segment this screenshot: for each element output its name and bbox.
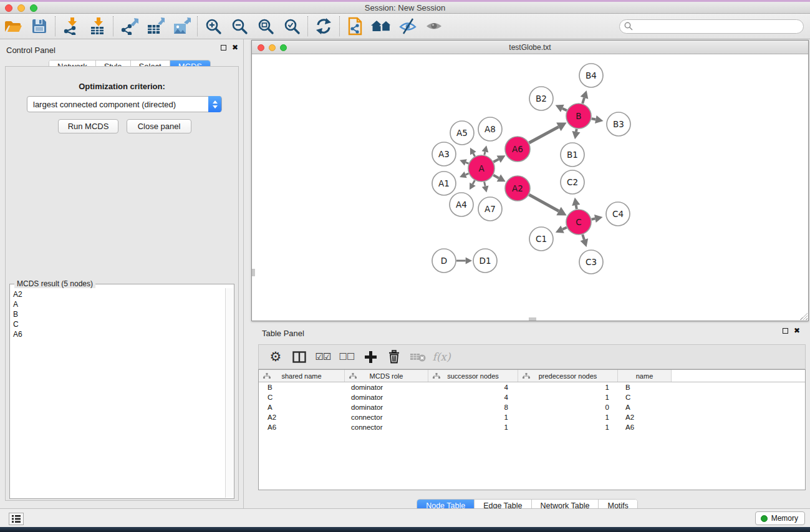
table-header: shared name MCDS role successor nodes pr…: [259, 370, 805, 382]
export-image-button[interactable]: [168, 15, 195, 37]
fit-content-button[interactable]: [253, 15, 279, 37]
zoom-out-button[interactable]: [226, 15, 253, 37]
clone-network-button[interactable]: [342, 15, 369, 37]
result-item[interactable]: B: [13, 309, 225, 319]
export-network-button[interactable]: [116, 15, 142, 37]
show-graphics-details-button[interactable]: [421, 15, 447, 37]
split-panel-icon: [292, 351, 306, 363]
vertical-scroll-hint[interactable]: [252, 269, 255, 276]
table-panel: Table Panel ✖ ⚙ ☑☑: [244, 321, 810, 508]
graph-arrowhead-B-B4: [581, 90, 589, 99]
result-scrollbar[interactable]: [225, 288, 233, 498]
window-resize-grip[interactable]: [800, 312, 808, 320]
import-network-button[interactable]: [58, 15, 84, 37]
graph-edge-B-B1[interactable]: [576, 129, 577, 132]
save-session-button[interactable]: [26, 15, 52, 37]
function-builder-button[interactable]: f(x): [430, 346, 453, 367]
table-row[interactable]: C dominator 4 1 C: [259, 392, 805, 402]
result-item[interactable]: A2: [13, 289, 225, 299]
app-title: Session: New Session: [0, 3, 810, 12]
graph-edge-C-C4[interactable]: [592, 219, 595, 220]
column-header-predecessor-nodes[interactable]: predecessor nodes: [518, 370, 618, 382]
graph-edge-A-A6[interactable]: [493, 159, 498, 162]
graph-edge-B-B3[interactable]: [592, 118, 596, 119]
network-window-title: testGlobe.txt: [252, 43, 808, 52]
double-home-icon: [370, 18, 393, 34]
task-history-button[interactable]: [9, 513, 24, 525]
split-panel-button[interactable]: [287, 346, 311, 367]
graph-edge-C-C2[interactable]: [576, 205, 577, 209]
graph-node-label-B1: B1: [567, 150, 578, 160]
memory-button[interactable]: Memory: [755, 511, 805, 525]
add-column-button[interactable]: [359, 346, 382, 367]
search-box: [619, 19, 804, 34]
graph-edge-A-A8[interactable]: [485, 152, 485, 155]
graph-edge-B-B2[interactable]: [562, 109, 567, 110]
graph-node-label-A7: A7: [485, 204, 496, 214]
memory-label: Memory: [771, 514, 798, 523]
column-header-successor-nodes[interactable]: successor nodes: [428, 370, 518, 382]
control-panel: Control Panel ✖ Network Style Select MCD…: [0, 39, 244, 508]
mcds-result-list[interactable]: A2 A B C A6: [11, 288, 225, 498]
graph-edge-A-A1[interactable]: [466, 173, 469, 175]
table-row[interactable]: A6 connector 1 1 A6: [259, 422, 805, 432]
graph-edge-B-B4[interactable]: [582, 98, 584, 104]
zoom-selected-button[interactable]: [279, 15, 305, 37]
graph-edge-A-A2[interactable]: [493, 175, 499, 178]
run-mcds-button[interactable]: Run MCDS: [58, 119, 118, 133]
table-row[interactable]: B dominator 4 1 B: [259, 382, 805, 392]
close-table-panel-icon[interactable]: ✖: [794, 327, 800, 334]
result-item[interactable]: A6: [13, 329, 225, 339]
export-network-icon: [120, 17, 138, 35]
import-table-icon: [89, 17, 106, 35]
delete-table-button[interactable]: [406, 346, 430, 367]
graph-node-label-A6: A6: [512, 144, 523, 154]
graph-node-label-C: C: [576, 217, 581, 227]
table-row[interactable]: A dominator 8 0 A: [259, 402, 805, 412]
hierarchy-icon: [263, 373, 271, 379]
select-stepper-icon: [208, 96, 221, 112]
network-canvas[interactable]: B4B2BB3A5A8A6A3AB1A1A2C2A4A7C4CC1C3DD1: [252, 55, 808, 321]
network-window-titlebar: testGlobe.txt: [252, 41, 808, 54]
graph-edge-A-A3[interactable]: [466, 162, 469, 163]
column-header-mcds-role[interactable]: MCDS role: [345, 370, 428, 382]
graph-edge-A6-B[interactable]: [529, 127, 558, 143]
export-table-button[interactable]: [142, 15, 168, 37]
graph-node-label-B2: B2: [536, 94, 547, 104]
hide-graphics-details-button[interactable]: [395, 15, 421, 37]
control-panel-title: Control Panel: [6, 46, 55, 55]
table-row[interactable]: A2 connector 1 1 A2: [259, 412, 805, 422]
result-item[interactable]: C: [13, 319, 225, 329]
graph-edge-A-A4[interactable]: [473, 180, 475, 184]
table-panel-title: Table Panel: [262, 329, 304, 338]
graph-edge-C-C1[interactable]: [562, 228, 567, 230]
column-header-shared-name[interactable]: shared name: [259, 370, 345, 382]
hierarchy-icon: [523, 373, 530, 379]
table-settings-button[interactable]: ⚙: [264, 346, 287, 367]
result-item[interactable]: A: [13, 299, 225, 309]
graph-edge-C-C3[interactable]: [582, 235, 584, 239]
reset-layout-button[interactable]: [369, 15, 395, 37]
open-file-button[interactable]: [0, 15, 26, 37]
delete-columns-button[interactable]: [382, 346, 406, 367]
graph-edge-A2-C[interactable]: [529, 195, 559, 211]
column-header-name[interactable]: name: [618, 370, 672, 382]
zoom-in-button[interactable]: [200, 15, 226, 37]
search-input[interactable]: [619, 19, 804, 34]
graph-node-label-A: A: [478, 163, 485, 173]
criterion-select[interactable]: largest connected component (directed): [27, 96, 222, 112]
select-all-button[interactable]: ☑☑: [311, 346, 335, 367]
horizontal-scroll-hint[interactable]: [529, 317, 536, 321]
update-network-button[interactable]: [311, 15, 337, 37]
import-table-button[interactable]: [84, 15, 110, 37]
graph-edge-A-A7[interactable]: [485, 182, 486, 186]
float-table-panel-icon[interactable]: [783, 328, 788, 334]
graph-edge-A-A5[interactable]: [473, 153, 475, 157]
eye-icon: [425, 19, 443, 34]
graph-node-label-A1: A1: [438, 178, 450, 188]
close-panel-button[interactable]: Close panel: [127, 119, 191, 133]
float-panel-icon[interactable]: [221, 45, 226, 51]
close-panel-icon[interactable]: ✖: [232, 44, 238, 51]
graph-arrowhead-A-A7: [482, 185, 489, 192]
deselect-all-button[interactable]: ☐☐: [335, 346, 359, 367]
